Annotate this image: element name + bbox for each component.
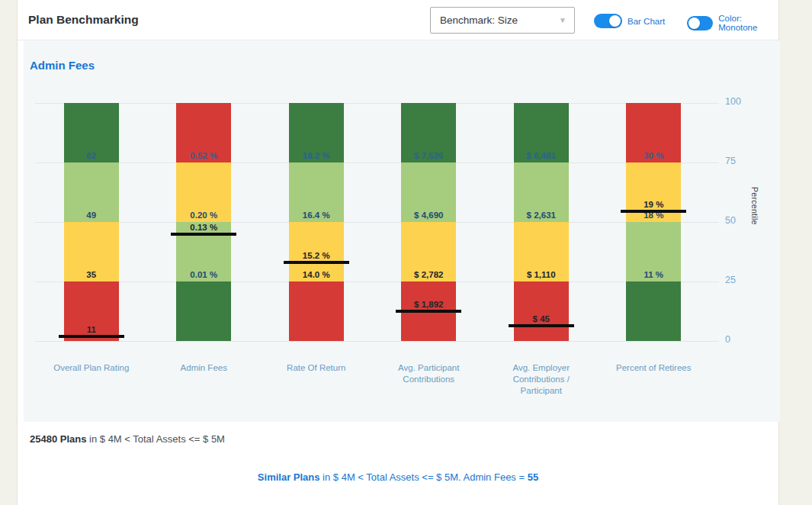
category-label: Avg. Participant Contributions [373,362,486,385]
gridline [35,162,719,163]
plans-filter-text: in $ 4M < Total Assets <= $ 5M [86,433,225,445]
bar-value-label: 11 [46,325,137,334]
plans-summary: 25480 Plans in $ 4M < Total Assets <= $ … [30,433,225,445]
chevron-down-icon: ▼ [559,16,566,24]
y-axis-tick-label: 100 [725,96,756,107]
bar-value-label: 0.01 % [158,270,249,279]
color-monotone-toggle-group: Color: Monotone [687,14,778,32]
plan-marker-line [509,324,574,327]
bar-value-label: 0.52 % [158,151,249,160]
bar-value-label: 15.2 % [271,251,362,260]
bar-value-label: $ 45 [496,314,587,323]
y-axis-tick-label: 0 [725,334,756,345]
plan-marker-line [621,210,686,213]
y-axis-tick-label: 25 [725,275,756,285]
category-label: Avg. Employer Contributions / Participan… [485,362,598,397]
gridline [35,103,719,104]
bar-value-label: $ 1,892 [383,300,474,309]
plan-marker-line [284,261,349,264]
benchmark-select[interactable]: Benchmark: Size ▼ [430,7,575,34]
y-axis-tick-label: 75 [725,156,756,166]
y-axis-tick-label: 50 [725,215,756,226]
similar-plans-value: 55 [528,471,538,483]
bar-value-label: $ 6,481 [496,151,587,160]
category-label: Admin Fees [148,362,261,374]
toggle-knob [609,15,621,27]
bar-value-label: 19 % [608,200,699,209]
bar-chart-toggle[interactable] [594,14,622,28]
bar-segment-dark_green[interactable] [626,281,681,341]
plan-marker-line [171,233,236,236]
bar-value-label: 11 % [608,270,699,279]
plan-marker-line [396,310,461,313]
category-label: Overall Plan Rating [35,362,148,374]
bar-value-label: 62 [46,151,137,160]
bar-value-label: 16.4 % [271,211,362,220]
bar-value-label: $ 2,782 [383,270,474,279]
bar-value-label: 30 % [608,151,699,160]
bar-value-label: 49 [46,211,137,220]
bar-segment-red[interactable] [289,281,344,341]
gridline [35,222,719,223]
plan-marker-line [59,335,124,338]
bar-value-label: $ 7,526 [383,151,474,160]
plot-area: Percentile 100755025062493511Overall Pla… [35,103,710,341]
bar-value-label: $ 4,690 [383,211,474,220]
bar-value-label: 0.20 % [158,211,249,220]
similar-plans-filter-text: in $ 4M < Total Assets <= $ 5M. Admin Fe… [320,471,528,483]
bar-chart-toggle-label: Bar Chart [627,17,665,26]
gridline [35,281,719,282]
benchmark-select-value: Benchmark: Size [440,14,559,26]
category-label: Rate Of Return [260,362,373,374]
color-monotone-toggle[interactable] [687,16,713,31]
gridline [35,341,719,342]
section-title: Admin Fees [30,59,95,72]
bar-chart-toggle-group: Bar Chart [594,14,665,28]
bar-value-label: 14.0 % [271,270,362,279]
similar-plans-summary: Similar Plans in $ 4M < Total Assets <= … [18,471,778,483]
bar-segment-red[interactable] [514,281,569,341]
bar-value-label: $ 1,110 [496,270,587,279]
similar-plans-link[interactable]: Similar Plans [258,471,320,483]
bar-value-label: 0.13 % [158,223,249,232]
bar-value-label: 18.2 % [271,151,362,160]
header: Plan Benchmarking Benchmark: Size ▼ Bar … [18,0,778,40]
plans-count: 25480 Plans [30,433,86,445]
plan-benchmarking-card: Plan Benchmarking Benchmark: Size ▼ Bar … [17,0,779,505]
color-monotone-toggle-label: Color: Monotone [718,14,778,32]
page: Plan Benchmarking Benchmark: Size ▼ Bar … [0,0,812,505]
page-title: Plan Benchmarking [28,13,139,27]
category-label: Percent of Retirees [598,362,711,374]
bar-value-label: 35 [46,270,137,279]
bar-value-label: $ 2,631 [496,211,587,220]
toggle-knob [688,18,700,29]
bar-segment-dark_green[interactable] [176,281,231,341]
chart-panel: Admin Fees Percentile 100755025062493511… [24,40,780,422]
